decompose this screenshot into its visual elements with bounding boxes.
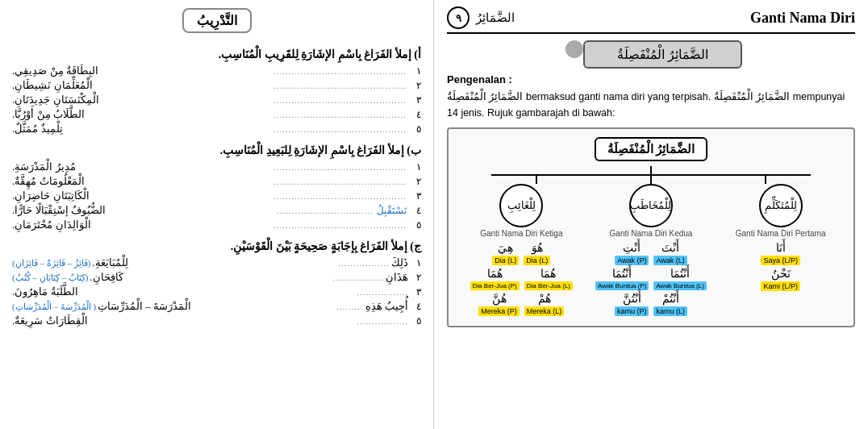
h-connector-line — [491, 174, 810, 176]
pronoun-row-muk-2: أَنْتُمَا Awak Burdua (P) أَنْتُمَا Awak… — [595, 267, 707, 290]
left-title: التَّدْرِيبُ — [182, 8, 252, 33]
pronoun-hum: هُمْ Mereka (L) — [524, 292, 565, 316]
circle-mukhatab: لِلْمُخَاطَبِ — [629, 184, 673, 227]
list-item: ٥ ......................................… — [12, 123, 421, 135]
branch-label-gaib: Ganti Nama Diri Ketiga — [480, 229, 562, 238]
pronoun-row-gaib-3: هُنَّ Mereka (P) هُمْ Mereka (L) — [478, 292, 564, 316]
circle-gaib: لِلْغَائِبِ — [499, 184, 543, 227]
list-item: ٢ ......................................… — [12, 79, 421, 92]
section-a-heading: أ) إملأ الفَرَاغ بِاسْمِ الإشَارَةِ لِلق… — [12, 48, 421, 61]
section-icon — [565, 40, 583, 58]
pronoun-tree: الضَّمَائِرُ الْمُنْفَصِلَةُ لِلْغَائِبِ… — [447, 127, 855, 327]
left-panel: التَّدْرِيبُ أ) إملأ الفَرَاغ بِاسْمِ ال… — [0, 0, 434, 429]
section-c-list: ١ ذَلِكَ ................. لِلْمُبَايَعَ… — [12, 256, 421, 327]
pronoun-row-muk-3: أَنْتُنَّ kamu (P) أَنْتُمْ kamu (L) — [615, 292, 687, 316]
pronoun-antuma2: أَنْتُمَا Awak Burdua (L) — [653, 267, 706, 290]
pronoun-anti: أَنْتِ Awak (P) — [615, 241, 649, 265]
branch-mutakallim: لِلْمُتَكَلِّمِ Ganti Nama Diri Pertama … — [720, 184, 841, 318]
list-item: ١ ذَلِكَ ................. لِلْمُبَايَعَ… — [12, 256, 421, 269]
chapter-badge: ٩ — [447, 6, 469, 29]
list-item: ٢ ......................................… — [12, 175, 421, 188]
branch-mukhatab: لِلْمُخَاطَبِ Ganti Nama Diri Kedua أَنْ… — [590, 184, 712, 318]
list-item: ٤ ......................................… — [12, 108, 421, 121]
pronoun-hiya: هِيَ Dia (L) — [492, 241, 519, 265]
circle-mutakallim: لِلْمُتَكَلِّمِ — [759, 184, 803, 227]
branch-circles-row: لِلْغَائِبِ Ganti Nama Diri Ketiga هِيَ … — [457, 184, 845, 318]
pronoun-antum: أَنْتُمْ kamu (L) — [653, 292, 687, 316]
pronoun-ana: أَنَا Saya (L/P) — [761, 241, 800, 265]
pronoun-row-muk-1: أَنْتِ Awak (P) أَنْتَ Awak (L) — [615, 241, 687, 265]
vline-2 — [650, 176, 652, 184]
list-item: ٣ ......................................… — [12, 94, 421, 106]
main-title: Ganti Nama Diri — [750, 10, 855, 27]
pronoun-antunna: أَنْتُنَّ kamu (P) — [615, 292, 649, 316]
tree-root-label: الضَّمَائِرُ الْمُنْفَصِلَةُ — [595, 137, 708, 161]
list-item: ٣ ......................................… — [12, 190, 421, 202]
list-item: ٤ أُجِيبُ هَذِهِ ......... الْمَدْرَسَةَ… — [12, 300, 421, 313]
section-b-list: ١ ......................................… — [12, 160, 421, 231]
section-a-list: ١ ......................................… — [12, 65, 421, 135]
pronoun-row-mut-1: أَنَا Saya (L/P) — [761, 241, 800, 265]
pengenalan-label: Pengenalan : — [447, 73, 855, 85]
pronoun-anta: أَنْتَ Awak (L) — [653, 241, 686, 265]
pronoun-huwa: هُوَ Dia (L) — [524, 241, 550, 265]
branch-label-mutakallim: Ganti Nama Diri Pertama — [736, 229, 826, 238]
branch-gaib: لِلْغَائِبِ Ganti Nama Diri Ketiga هِيَ … — [461, 184, 582, 318]
pronoun-hunna: هُنَّ Mereka (P) — [478, 292, 520, 316]
list-item: ٣ ................. الطَّلَبَةُ مَاهِرُو… — [12, 285, 421, 298]
vline-1 — [536, 176, 537, 184]
left-title-wrapper: التَّدْرِيبُ — [12, 8, 421, 41]
root-vline — [650, 166, 652, 174]
section-c-heading: ج) إملأ الفَرَاغ بِإجَابَةٍ صَحِيحَةٍ بَ… — [12, 239, 421, 253]
branch-vlines — [457, 176, 845, 184]
right-header: ٩ الضَّمَائِرُ Ganti Nama Diri — [447, 6, 855, 34]
right-panel: ٩ الضَّمَائِرُ Ganti Nama Diri الضَّمَائ… — [434, 0, 868, 429]
pengenalan-text: الضَّمَائِرُ الْمُنْفَصِلَةُ bermaksud g… — [447, 89, 855, 121]
list-item: ٤ نَسْتَقْبِلُ .........................… — [12, 204, 421, 217]
h-connector-wrapper — [457, 174, 845, 176]
right-header-left: ٩ الضَّمَائِرُ — [447, 6, 515, 29]
section-btn-row: الضَّمَائِرُ الْمُنْفَصِلَةُ — [447, 40, 855, 69]
pronoun-row-mut-2: نَحْنُ Kami (L/P) — [761, 267, 800, 291]
pronoun-row-gaib-1: هِيَ Dia (L) هُوَ Dia (L) — [492, 241, 550, 265]
tree-root: الضَّمَائِرُ الْمُنْفَصِلَةُ — [457, 137, 845, 161]
list-item: ٥ ......................................… — [12, 219, 421, 231]
pronoun-row-gaib-2: هُمَا Dia Ber-Jua (P) هُمَا Dia Ber-Jua … — [470, 267, 573, 290]
vline-3 — [765, 176, 766, 184]
pronoun-huma1: هُمَا Dia Ber-Jua (P) — [470, 267, 520, 290]
pronoun-huma2: هُمَا Dia Ber-Jua (L) — [524, 267, 573, 290]
list-item: ٢ هَذَانِ ................. كَافِحَانِ. … — [12, 271, 421, 284]
pronoun-nahnu: نَحْنُ Kami (L/P) — [761, 267, 800, 291]
section-b-heading: ب) إملأ الفَرَاغ بِاسْمِ الإشَارَةِ لِلب… — [12, 144, 421, 157]
pronoun-antuma1: أَنْتُمَا Awak Burdua (P) — [595, 267, 649, 290]
chapter-arabic-label: الضَّمَائِرُ — [476, 10, 515, 25]
branch-label-mukhatab: Ganti Nama Diri Kedua — [610, 229, 693, 238]
list-item: ١ ......................................… — [12, 160, 421, 173]
list-item: ١ ......................................… — [12, 65, 421, 77]
list-item: ٥ ................. الْقِطَارَاتُ سَرِيع… — [12, 314, 421, 327]
section-btn: الضَّمَائِرُ الْمُنْفَصِلَةُ — [583, 40, 742, 69]
